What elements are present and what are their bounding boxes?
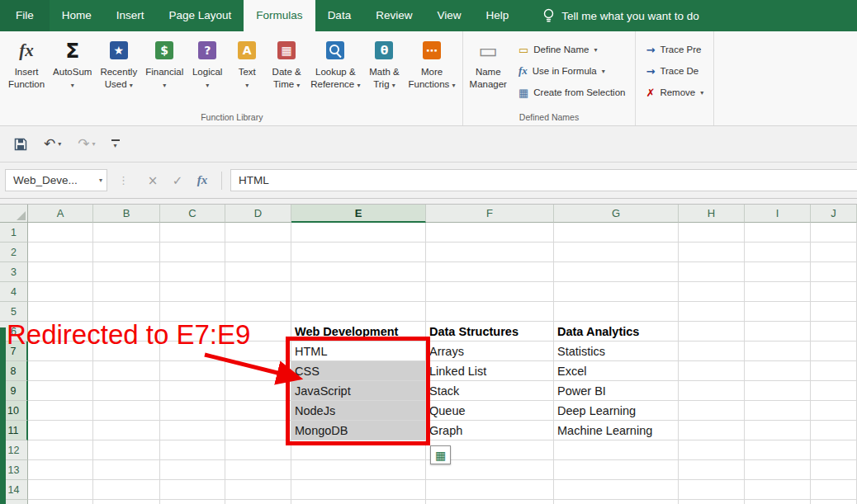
cell-G7[interactable]: Statistics	[554, 341, 679, 361]
cell-E12[interactable]	[291, 440, 426, 460]
cell-E5[interactable]	[291, 302, 426, 322]
cell-A7[interactable]	[28, 341, 93, 361]
column-header-C[interactable]: C	[160, 205, 225, 223]
cell-C12[interactable]	[160, 440, 225, 460]
cell-H15[interactable]	[679, 500, 745, 504]
cell-D1[interactable]	[225, 223, 291, 243]
cell-J14[interactable]	[811, 480, 857, 500]
cell-J3[interactable]	[811, 262, 857, 282]
tab-home[interactable]: Home	[50, 0, 104, 31]
row-header-6[interactable]: 6	[0, 322, 28, 341]
row-header-8[interactable]: 8	[0, 361, 28, 381]
cell-I13[interactable]	[745, 460, 811, 480]
cell-A15[interactable]	[28, 500, 93, 504]
cell-C9[interactable]	[160, 381, 225, 401]
cell-I12[interactable]	[745, 440, 811, 460]
cell-I1[interactable]	[745, 223, 811, 243]
row-header-1[interactable]: 1	[0, 223, 28, 243]
cell-G8[interactable]: Excel	[554, 361, 679, 381]
insert-function-button[interactable]: fxInsertFunction	[4, 31, 49, 111]
cell-G13[interactable]	[554, 460, 679, 480]
define-name-button[interactable]: ▭Define Name▾	[514, 40, 630, 59]
cell-A1[interactable]	[28, 223, 93, 243]
cell-G1[interactable]	[554, 223, 679, 243]
trace-precedents-button[interactable]: →Trace Pre	[642, 40, 708, 59]
lookup-reference-button[interactable]: Lookup &Reference ▾	[306, 31, 364, 111]
column-header-D[interactable]: D	[225, 205, 291, 223]
cell-A2[interactable]	[28, 243, 93, 262]
cell-G12[interactable]	[554, 440, 679, 460]
cell-J12[interactable]	[811, 440, 857, 460]
cell-D13[interactable]	[225, 460, 291, 480]
cell-D3[interactable]	[225, 262, 291, 282]
cell-F10[interactable]: Queue	[426, 401, 554, 421]
cell-D12[interactable]	[225, 440, 291, 460]
cell-J5[interactable]	[811, 302, 857, 322]
tab-page-layout[interactable]: Page Layout	[157, 0, 244, 31]
cell-I11[interactable]	[745, 421, 811, 440]
column-header-H[interactable]: H	[679, 205, 745, 223]
cell-F2[interactable]	[426, 243, 554, 262]
cell-I5[interactable]	[745, 302, 811, 322]
row-header-3[interactable]: 3	[0, 262, 28, 282]
cell-I2[interactable]	[745, 243, 811, 262]
cell-C11[interactable]	[160, 421, 225, 440]
cell-F7[interactable]: Arrays	[426, 341, 554, 361]
cell-D15[interactable]	[225, 500, 291, 504]
cell-F14[interactable]	[426, 480, 554, 500]
tab-review[interactable]: Review	[363, 0, 424, 31]
cell-H8[interactable]	[679, 361, 745, 381]
math-trig-button[interactable]: θMath &Trig ▾	[364, 31, 404, 111]
cell-J1[interactable]	[811, 223, 857, 243]
cell-A4[interactable]	[28, 282, 93, 302]
cell-J2[interactable]	[811, 243, 857, 262]
cell-D14[interactable]	[225, 480, 291, 500]
row-header-12[interactable]: 12	[0, 440, 28, 460]
name-box-resize-handle[interactable]: ⋮	[107, 174, 140, 186]
cell-E7[interactable]: HTML	[291, 341, 426, 361]
name-manager-button[interactable]: ▭NameManager	[466, 31, 511, 111]
cell-D5[interactable]	[225, 302, 291, 322]
cell-B12[interactable]	[93, 440, 160, 460]
cell-B11[interactable]	[93, 421, 160, 440]
use-in-formula-button[interactable]: fxUse in Formula▾	[514, 62, 630, 81]
cell-E15[interactable]	[291, 500, 426, 504]
cell-C6[interactable]	[160, 322, 225, 341]
tab-file[interactable]: File	[0, 0, 50, 31]
row-header-13[interactable]: 13	[0, 460, 28, 480]
row-header-7[interactable]: 7	[0, 341, 28, 361]
tab-help[interactable]: Help	[473, 0, 521, 31]
undo-button[interactable]: ↶ ▾	[38, 137, 67, 151]
cell-F5[interactable]	[426, 302, 554, 322]
column-header-E[interactable]: E	[291, 205, 426, 223]
name-box-dropdown-icon[interactable]: ▾	[99, 177, 102, 184]
cell-E10[interactable]: NodeJs	[291, 401, 426, 421]
cell-J15[interactable]	[811, 500, 857, 504]
cell-I14[interactable]	[745, 480, 811, 500]
cell-F1[interactable]	[426, 223, 554, 243]
cell-F4[interactable]	[426, 282, 554, 302]
cell-E8[interactable]: CSS	[291, 361, 426, 381]
column-header-A[interactable]: A	[28, 205, 93, 223]
save-button[interactable]	[8, 138, 33, 151]
cell-A14[interactable]	[28, 480, 93, 500]
cell-B7[interactable]	[93, 341, 160, 361]
cell-B13[interactable]	[93, 460, 160, 480]
cell-G4[interactable]	[554, 282, 679, 302]
row-header-9[interactable]: 9	[0, 381, 28, 401]
cell-G10[interactable]: Deep Learning	[554, 401, 679, 421]
date-time-button[interactable]: ▦Date &Time ▾	[267, 31, 306, 111]
cell-F11[interactable]: Graph	[426, 421, 554, 440]
cell-H1[interactable]	[679, 223, 745, 243]
cell-I10[interactable]	[745, 401, 811, 421]
cell-C1[interactable]	[160, 223, 225, 243]
cell-B14[interactable]	[93, 480, 160, 500]
cell-F9[interactable]: Stack	[426, 381, 554, 401]
cell-H6[interactable]	[679, 322, 745, 341]
cell-E11[interactable]: MongoDB	[291, 421, 426, 440]
cell-E9[interactable]: JavaScript	[291, 381, 426, 401]
tell-me[interactable]: Tell me what you want to do	[542, 0, 699, 31]
cell-C13[interactable]	[160, 460, 225, 480]
cell-D10[interactable]	[225, 401, 291, 421]
cell-A13[interactable]	[28, 460, 93, 480]
